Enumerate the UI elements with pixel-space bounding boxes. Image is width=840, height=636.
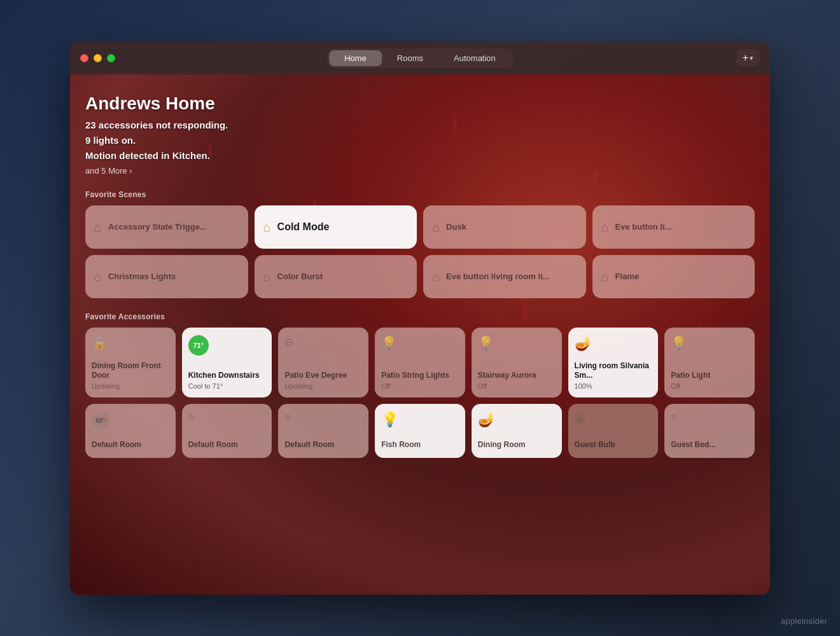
watermark: appleinsider [781,616,827,626]
acc-patio-light[interactable]: 💡 Patio Light Off [664,328,755,398]
tab-home[interactable]: Home [329,50,382,66]
acc-name: Patio Light [671,371,748,381]
add-button[interactable]: + ▾ [736,49,760,67]
bars-icon: ≡ [188,411,194,422]
minimize-button[interactable] [94,54,102,62]
scene-name: Eve button living room li... [446,272,550,282]
acc-status: Cool to 71° [188,382,266,390]
bottom-card-default-2[interactable]: ≡ Default Room [182,404,272,458]
home-icon: ⌂ [432,270,440,284]
acc-icon-area: 💡 [671,335,748,350]
accessories-grid: 🔒 Dining Room Front Door Updating 71° Ki… [85,328,755,398]
acc-name: Dining Room Front Door [92,361,169,381]
acc-icon-area: 🔒 [92,335,169,350]
scene-eve-button-1[interactable]: ⌂ Eve button li... [592,205,755,249]
acc-name: Stairway Aurora [478,371,556,381]
app-window: Home Rooms Automation + ▾ Andrews Home 2… [70,41,770,595]
acc-icon-area: 💡 [381,335,459,350]
acc-living-room-silvania[interactable]: 🪔 Living room Silvania Sm... 100% [568,328,659,398]
switch-icon: ▣ [575,412,585,425]
acc-status: Off [381,382,459,390]
bottom-card-guest-bed[interactable]: ≡ Guest Bed... [664,404,755,458]
thermostat-icon: ⊖ [284,335,294,349]
more-link[interactable]: and 5 More › [85,166,132,176]
lamp-icon: 🪔 [575,335,592,352]
temp-badge-68: 68° [92,411,109,429]
close-button[interactable] [80,54,88,62]
acc-name: Patio String Lights [381,371,459,381]
scene-name: Accessory State Trigge... [108,222,207,233]
acc-patio-eve[interactable]: ⊖ Patio Eve Degree Updating [278,328,368,398]
acc-icon-area: ⊖ [284,335,362,349]
tab-rooms[interactable]: Rooms [382,50,438,66]
acc-dining-room-door[interactable]: 🔒 Dining Room Front Door Updating [85,328,176,398]
scene-christmas-lights[interactable]: ⌂ Christmas Lights [85,255,248,298]
acc-patio-string[interactable]: 💡 Patio String Lights Off [375,328,465,398]
card-name: Default Room [188,440,266,450]
acc-name: Living room Silvania Sm... [575,361,652,381]
scene-name: Cold Mode [277,221,330,234]
chevron-down-icon: ▾ [750,54,753,62]
content-area: Andrews Home 23 accessories not respondi… [70,74,770,595]
acc-status: Updating [284,382,362,390]
card-name: Guest Bulb [575,440,652,450]
acc-status: 100% [575,382,652,390]
accessories-section-label: Favorite Accessories [85,312,755,321]
scene-name: Eve button li... [615,222,672,233]
home-icon: ⌂ [94,270,102,284]
bulb-icon: 💡 [671,335,687,350]
lamp-yellow-icon: 🪔 [478,411,495,427]
acc-status: Off [478,382,556,390]
tab-automation[interactable]: Automation [438,50,511,66]
scene-name: Color Burst [277,272,323,282]
card-name: Default Room [284,440,362,450]
status-line-3: Motion detected in Kitchen. [85,148,755,163]
home-icon: ⌂ [432,220,440,235]
home-icon: ⌂ [94,220,102,235]
home-icon: ⌂ [601,270,609,284]
scene-color-burst[interactable]: ⌂ Color Burst [255,255,417,298]
bottom-card-guest-bulb[interactable]: ▣ Guest Bulb [568,404,659,458]
home-status: 23 accessories not responding. 9 lights … [85,118,755,163]
bottom-card-dining-room[interactable]: 🪔 Dining Room [472,404,562,458]
scenes-grid: ⌂ Accessory State Trigge... ⌂ Cold Mode … [85,205,755,298]
bottom-card-default-1[interactable]: 68° Default Room [85,404,176,458]
scene-flame[interactable]: ⌂ Flame [592,255,755,298]
scene-name: Dusk [446,222,466,233]
temp-badge: 71° [188,335,209,356]
scene-name: Flame [615,272,640,282]
scene-name: Christmas Lights [108,272,176,282]
scene-dusk[interactable]: ⌂ Dusk [423,205,586,249]
bulb-icon: 💡 [381,335,397,350]
acc-kitchen-downstairs[interactable]: 71° Kitchen Downstairs Cool to 71° [182,328,272,398]
card-name: Dining Room [478,440,556,450]
tab-bar: Home Rooms Automation [327,48,513,68]
bars-icon: ≡ [671,411,676,422]
acc-icon-area: 71° [188,335,266,356]
acc-name: Kitchen Downstairs [188,371,266,381]
acc-name: Patio Eve Degree [284,371,362,381]
scroll-content: Andrews Home 23 accessories not respondi… [70,74,770,595]
acc-icon-area: 💡 [478,335,556,350]
bottom-card-default-3[interactable]: ≡ Default Room [278,404,368,458]
titlebar: Home Rooms Automation + ▾ [70,41,770,74]
home-title: Andrews Home [85,93,755,114]
scene-eve-button-lr[interactable]: ⌂ Eve button living room li... [423,255,586,298]
bulb-icon: 💡 [478,335,494,350]
plus-icon: + [743,52,748,64]
acc-status: Updating [92,382,169,390]
bottom-card-fish-room[interactable]: 💡 Fish Room [375,404,465,458]
bottom-row: 68° Default Room ≡ Default Room ≡ Defaul… [85,404,755,458]
fullscreen-button[interactable] [107,54,115,62]
bars-icon: ≡ [284,411,290,422]
scene-accessory-state[interactable]: ⌂ Accessory State Trigge... [85,205,248,249]
card-name: Fish Room [381,440,459,450]
status-line-2: 9 lights on. [85,133,755,148]
scene-cold-mode[interactable]: ⌂ Cold Mode [255,205,417,249]
status-line-1: 23 accessories not responding. [85,118,755,133]
acc-stairway-aurora[interactable]: 💡 Stairway Aurora Off [472,328,562,398]
acc-icon-area: 🪔 [575,335,652,352]
home-icon: ⌂ [601,220,609,235]
acc-status: Off [671,382,748,390]
lock-icon: 🔒 [92,335,108,350]
